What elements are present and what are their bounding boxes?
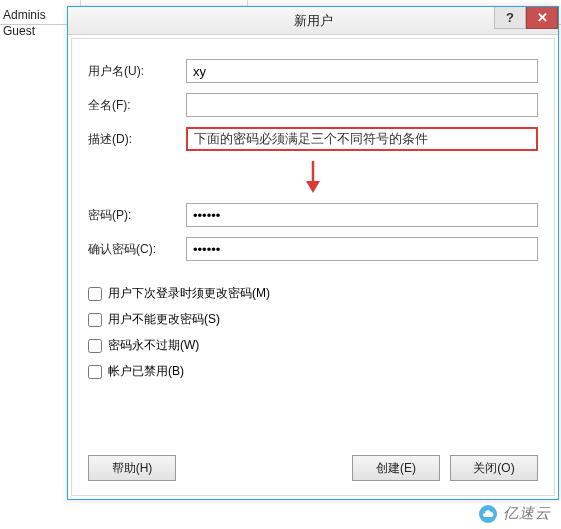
help-button[interactable]: ? [494,7,526,29]
checkbox-never-expire-label: 密码永不过期(W) [108,337,199,354]
checkbox-never-expire[interactable]: 密码永不过期(W) [88,337,538,354]
watermark-text: 亿速云 [503,504,551,523]
confirm-password-label: 确认密码(C): [88,241,186,258]
password-label: 密码(P): [88,207,186,224]
checkbox-disabled-label: 帐户已禁用(B) [108,363,184,380]
create-button[interactable]: 创建(E) [352,455,440,481]
password-input[interactable] [186,203,538,227]
fullname-label: 全名(F): [88,97,186,114]
titlebar: 新用户 ? ✕ [68,7,558,35]
arrow-annotation [88,161,538,193]
username-label: 用户名(U): [88,63,186,80]
checkbox-never-expire-box[interactable] [88,339,102,353]
checkbox-must-change[interactable]: 用户下次登录时须更改密码(M) [88,285,538,302]
svg-marker-1 [306,181,320,193]
checkbox-disabled[interactable]: 帐户已禁用(B) [88,363,538,380]
list-item[interactable]: Guest [3,23,46,39]
username-input[interactable] [186,59,538,83]
new-user-dialog: 新用户 ? ✕ 用户名(U): 全名(F): 描述(D): 密码(P): [67,6,559,500]
close-button[interactable]: 关闭(O) [450,455,538,481]
description-label: 描述(D): [88,131,186,148]
close-icon[interactable]: ✕ [526,7,558,29]
background-user-list: Adminis Guest [3,7,46,39]
description-input[interactable] [186,127,538,151]
checkbox-cannot-change-box[interactable] [88,313,102,327]
checkbox-cannot-change-label: 用户不能更改密码(S) [108,311,220,328]
help-button-footer[interactable]: 帮助(H) [88,455,176,481]
watermark: 亿速云 [479,504,551,523]
cloud-icon [479,505,497,523]
fullname-input[interactable] [186,93,538,117]
checkbox-must-change-box[interactable] [88,287,102,301]
arrow-down-icon [304,161,322,193]
dialog-body: 用户名(U): 全名(F): 描述(D): 密码(P): 确认密码(C): [71,38,555,496]
checkbox-cannot-change[interactable]: 用户不能更改密码(S) [88,311,538,328]
list-item[interactable]: Adminis [3,7,46,23]
confirm-password-input[interactable] [186,237,538,261]
dialog-title: 新用户 [294,12,333,30]
checkbox-must-change-label: 用户下次登录时须更改密码(M) [108,285,270,302]
checkbox-disabled-box[interactable] [88,365,102,379]
